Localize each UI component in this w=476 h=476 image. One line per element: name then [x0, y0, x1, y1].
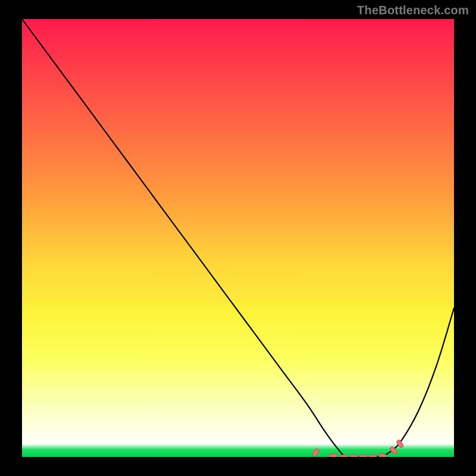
marker-layer — [312, 439, 404, 457]
plot-area — [22, 19, 454, 457]
svg-rect-3 — [350, 455, 358, 457]
valley-marker — [396, 439, 404, 449]
attribution-label: TheBottleneck.com — [357, 4, 469, 17]
valley-marker — [328, 453, 337, 457]
valley-marker — [368, 455, 377, 457]
chart-svg — [22, 19, 454, 457]
svg-rect-8 — [396, 439, 404, 449]
curve-layer — [22, 19, 454, 457]
chart-frame: TheBottleneck.com — [0, 0, 476, 476]
svg-rect-1 — [328, 453, 337, 457]
valley-marker — [359, 455, 368, 457]
valley-marker — [340, 455, 348, 457]
svg-rect-4 — [359, 455, 368, 457]
valley-marker — [350, 455, 358, 457]
bottleneck-curve — [22, 19, 454, 457]
svg-rect-5 — [368, 455, 377, 457]
svg-rect-2 — [340, 455, 348, 457]
valley-marker — [312, 448, 320, 457]
svg-rect-0 — [312, 448, 320, 457]
